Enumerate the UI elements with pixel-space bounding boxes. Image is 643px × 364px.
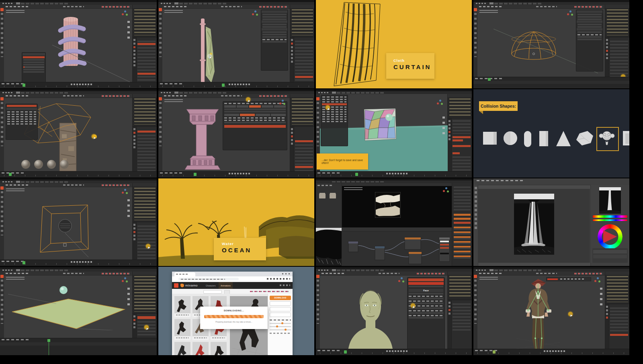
- field[interactable]: [262, 18, 287, 20]
- field[interactable]: [262, 14, 287, 15]
- tool-shelf[interactable]: [473, 272, 477, 349]
- navigation-gizmo[interactable]: [594, 277, 602, 284]
- slider[interactable]: [270, 323, 291, 324]
- character-addon-panel[interactable]: Face ▸: [407, 277, 445, 351]
- navigation-gizmo[interactable]: [122, 277, 129, 284]
- tool-icons[interactable]: [1, 102, 3, 146]
- viewport-3d[interactable]: ▸: [162, 94, 290, 171]
- active-tool-button[interactable]: [0, 97, 4, 100]
- viewport-header[interactable]: [4, 94, 132, 98]
- section-header-face[interactable]: Face: [409, 289, 443, 292]
- menu-item[interactable]: [322, 121, 346, 122]
- tool-icons[interactable]: [159, 102, 162, 146]
- timeline[interactable]: [316, 349, 472, 355]
- properties-tab-strip[interactable]: [133, 127, 137, 171]
- menu-item[interactable]: [322, 101, 346, 102]
- outliner[interactable]: [448, 94, 472, 119]
- channel-lane[interactable]: [0, 342, 157, 346]
- hot-field[interactable]: [137, 43, 156, 45]
- sidebar-button[interactable]: [270, 301, 291, 306]
- nav-animations[interactable]: Animations: [219, 282, 233, 289]
- viewport-header[interactable]: [320, 272, 447, 276]
- outliner[interactable]: [133, 5, 157, 37]
- noise-buttons[interactable]: [224, 114, 286, 116]
- highlighted-menu-item-save[interactable]: [322, 103, 347, 105]
- field[interactable]: [262, 34, 287, 35]
- field[interactable]: [577, 18, 602, 20]
- field[interactable]: [577, 14, 602, 15]
- blender-topbar[interactable]: [316, 269, 472, 272]
- menu-item[interactable]: [7, 114, 36, 115]
- playback-buttons[interactable]: [544, 350, 565, 352]
- field[interactable]: [262, 41, 287, 43]
- properties-tab-strip[interactable]: [133, 37, 137, 82]
- playback-buttons[interactable]: [71, 84, 92, 85]
- properties-editor[interactable]: [448, 300, 472, 349]
- properties-tab-strip[interactable]: [290, 37, 294, 82]
- ok-button[interactable]: [224, 125, 286, 128]
- menu-item[interactable]: [322, 119, 346, 120]
- list-row[interactable]: [409, 310, 443, 311]
- viewport-3d[interactable]: ▸: [477, 272, 605, 349]
- field[interactable]: [409, 303, 443, 304]
- tool-shelf[interactable]: [0, 272, 4, 338]
- navigation-gizmo[interactable]: [437, 100, 444, 107]
- blender-topbar[interactable]: [316, 180, 472, 183]
- field[interactable]: [577, 26, 602, 28]
- channel-lane[interactable]: [473, 81, 629, 84]
- n-panel-transform[interactable]: [261, 10, 288, 71]
- properties-editor[interactable]: [448, 119, 472, 171]
- search-input[interactable]: [203, 290, 222, 294]
- hot-field[interactable]: [454, 222, 471, 224]
- viewport-3d[interactable]: [4, 5, 132, 82]
- properties-tab-strip[interactable]: [448, 119, 452, 171]
- animation-card[interactable]: [192, 342, 209, 355]
- viewport-side-icons[interactable]: [127, 199, 130, 219]
- mixamo-brand[interactable]: mixamo: [185, 284, 198, 287]
- nav-characters[interactable]: Characters: [206, 284, 215, 287]
- blender-topbar[interactable]: [0, 180, 157, 183]
- menu-item[interactable]: [7, 111, 36, 112]
- property-fields[interactable]: [610, 307, 628, 331]
- viewport-3d[interactable]: [4, 183, 132, 260]
- sidebar-button[interactable]: [270, 313, 291, 317]
- property-fields[interactable]: [295, 41, 313, 88]
- workspace-tabs[interactable]: [16, 181, 68, 183]
- outliner-rows[interactable]: [449, 276, 471, 298]
- hot-field[interactable]: [295, 76, 313, 78]
- menu-item[interactable]: [7, 119, 36, 120]
- properties-editor[interactable]: [290, 37, 314, 82]
- file-menu[interactable]: [321, 95, 348, 146]
- field[interactable]: [577, 31, 602, 33]
- outliner-rows[interactable]: [449, 98, 471, 117]
- checkbox-row[interactable]: [577, 34, 602, 35]
- active-tool-button[interactable]: [0, 275, 4, 278]
- menu-item[interactable]: [322, 111, 346, 112]
- blender-topbar[interactable]: [316, 91, 472, 94]
- field[interactable]: [409, 286, 443, 287]
- color-wheel[interactable]: [598, 224, 623, 249]
- tool-icons[interactable]: [159, 13, 162, 57]
- workspace-tabs[interactable]: [332, 181, 384, 182]
- field[interactable]: [409, 317, 443, 319]
- viewport-3d[interactable]: ▸ ...der: Don't forget to save and save …: [320, 94, 447, 171]
- tool-shelf[interactable]: [316, 272, 320, 349]
- timeline[interactable]: [0, 82, 157, 88]
- playhead[interactable]: [493, 350, 496, 354]
- node-editor[interactable]: [342, 228, 452, 266]
- outliner[interactable]: [448, 272, 472, 300]
- material-preview-shelf[interactable]: [20, 158, 72, 170]
- property-fields[interactable]: [454, 186, 471, 211]
- checkbox-row[interactable]: [224, 117, 286, 119]
- timeline[interactable]: [158, 82, 314, 88]
- viewport-header[interactable]: [162, 5, 290, 9]
- hot-field[interactable]: [453, 152, 460, 154]
- active-workspace-tab[interactable]: [332, 269, 336, 271]
- sv-triangle[interactable]: [603, 230, 617, 243]
- source-buttons[interactable]: [224, 105, 286, 108]
- viewport-3d[interactable]: [342, 183, 452, 227]
- viewport-3d[interactable]: [4, 272, 132, 338]
- outliner[interactable]: [290, 94, 314, 127]
- tool-icons[interactable]: [1, 13, 3, 57]
- viewport-3d[interactable]: ▸: [4, 94, 132, 171]
